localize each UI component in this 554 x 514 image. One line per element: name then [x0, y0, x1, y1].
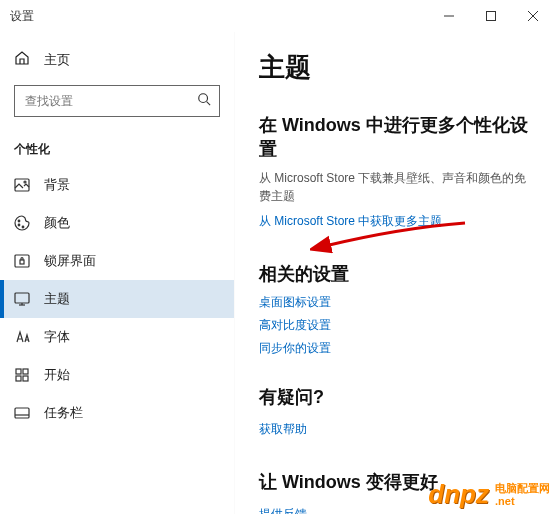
- high-contrast-settings-link[interactable]: 高对比度设置: [259, 317, 534, 334]
- search-box[interactable]: [14, 85, 220, 117]
- related-heading: 相关的设置: [259, 262, 534, 286]
- svg-point-7: [24, 181, 26, 183]
- related-settings-block: 相关的设置 桌面图标设置 高对比度设置 同步你的设置: [259, 262, 534, 357]
- svg-rect-18: [16, 376, 21, 381]
- sidebar-item-label: 锁屏界面: [44, 252, 96, 270]
- svg-rect-17: [23, 369, 28, 374]
- personalize-heading: 在 Windows 中进行更多个性化设置: [259, 113, 534, 161]
- personalize-desc: 从 Microsoft Store 下载兼具壁纸、声音和颜色的免费主题: [259, 169, 534, 205]
- start-icon: [14, 367, 30, 383]
- svg-rect-20: [15, 408, 29, 418]
- taskbar-icon: [14, 405, 30, 421]
- svg-point-8: [18, 220, 20, 222]
- desktop-icon-settings-link[interactable]: 桌面图标设置: [259, 294, 534, 311]
- svg-rect-13: [15, 293, 29, 303]
- sidebar-item-taskbar[interactable]: 任务栏: [0, 394, 234, 432]
- sidebar-item-colors[interactable]: 颜色: [0, 204, 234, 242]
- home-label: 主页: [44, 51, 70, 69]
- sidebar-item-label: 字体: [44, 328, 70, 346]
- svg-rect-11: [15, 255, 29, 267]
- feedback-link[interactable]: 提供反馈: [259, 506, 307, 514]
- sidebar-item-fonts[interactable]: 字体: [0, 318, 234, 356]
- sidebar-item-label: 主题: [44, 290, 70, 308]
- sync-settings-link[interactable]: 同步你的设置: [259, 340, 534, 357]
- fonts-icon: [14, 329, 30, 345]
- store-themes-link[interactable]: 从 Microsoft Store 中获取更多主题: [259, 213, 442, 230]
- sidebar-item-label: 任务栏: [44, 404, 83, 422]
- close-button[interactable]: [512, 0, 554, 32]
- help-heading: 有疑问?: [259, 385, 534, 409]
- background-icon: [14, 177, 30, 193]
- sidebar-item-start[interactable]: 开始: [0, 356, 234, 394]
- watermark-logo: dnpz: [428, 479, 489, 510]
- svg-rect-1: [487, 12, 496, 21]
- svg-point-9: [18, 224, 20, 226]
- themes-icon: [14, 291, 30, 307]
- svg-line-5: [207, 102, 211, 106]
- maximize-button[interactable]: [470, 0, 512, 32]
- personalize-block: 在 Windows 中进行更多个性化设置 从 Microsoft Store 下…: [259, 113, 534, 234]
- home-link[interactable]: 主页: [0, 42, 234, 77]
- search-input[interactable]: [23, 93, 177, 109]
- sidebar-item-label: 开始: [44, 366, 70, 384]
- search-icon: [197, 92, 211, 110]
- watermark: dnpz 电脑配置网.net: [428, 479, 550, 510]
- sidebar-item-background[interactable]: 背景: [0, 166, 234, 204]
- home-icon: [14, 50, 30, 69]
- window-title: 设置: [10, 8, 34, 25]
- lockscreen-icon: [14, 253, 30, 269]
- svg-point-10: [22, 226, 24, 228]
- svg-rect-16: [16, 369, 21, 374]
- main-content: 主题 在 Windows 中进行更多个性化设置 从 Microsoft Stor…: [235, 32, 554, 514]
- get-help-link[interactable]: 获取帮助: [259, 421, 307, 438]
- watermark-text: 电脑配置网.net: [495, 482, 550, 506]
- sidebar-item-label: 颜色: [44, 214, 70, 232]
- sidebar-item-themes[interactable]: 主题: [0, 280, 234, 318]
- svg-rect-19: [23, 376, 28, 381]
- sidebar: 主页 个性化 背景颜色锁屏界面主题字体开始任务栏: [0, 32, 235, 514]
- page-title: 主题: [259, 50, 534, 85]
- help-block: 有疑问? 获取帮助: [259, 385, 534, 442]
- minimize-button[interactable]: [428, 0, 470, 32]
- svg-point-4: [199, 94, 208, 103]
- window-controls: [428, 0, 554, 32]
- sidebar-section-title: 个性化: [0, 125, 234, 166]
- sidebar-item-lockscreen[interactable]: 锁屏界面: [0, 242, 234, 280]
- sidebar-item-label: 背景: [44, 176, 70, 194]
- colors-icon: [14, 215, 30, 231]
- svg-rect-12: [20, 260, 24, 264]
